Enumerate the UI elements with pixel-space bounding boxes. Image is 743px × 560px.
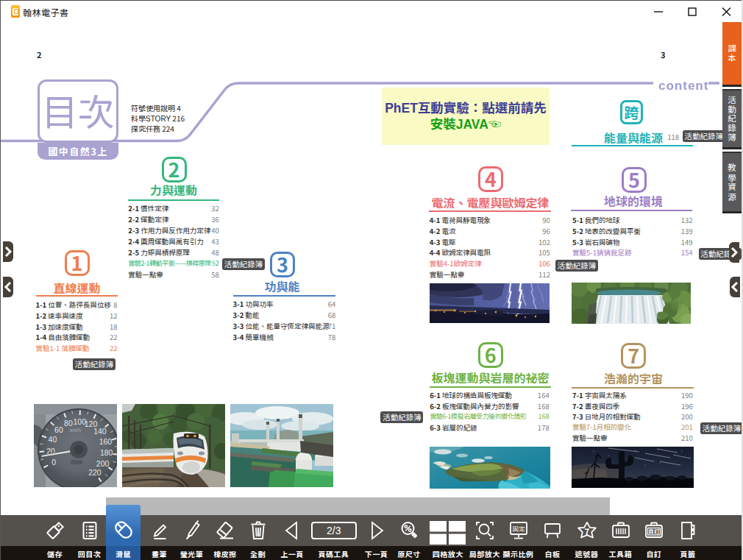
svg-text:自訂: 自訂 xyxy=(648,527,660,535)
svg-text:0: 0 xyxy=(51,458,56,467)
svg-text:140: 140 xyxy=(93,427,107,436)
svg-text:220: 220 xyxy=(88,468,102,477)
svg-text:80: 80 xyxy=(64,419,73,428)
svg-text:km/h: km/h xyxy=(70,428,81,433)
svg-text:40: 40 xyxy=(49,435,57,444)
svg-text:7: 7 xyxy=(584,525,589,537)
svg-text:60: 60 xyxy=(54,425,63,434)
svg-text:200: 200 xyxy=(96,459,110,468)
svg-text:160: 160 xyxy=(99,437,113,446)
svg-text:180: 180 xyxy=(100,448,113,457)
svg-text:固定: 固定 xyxy=(512,524,525,533)
